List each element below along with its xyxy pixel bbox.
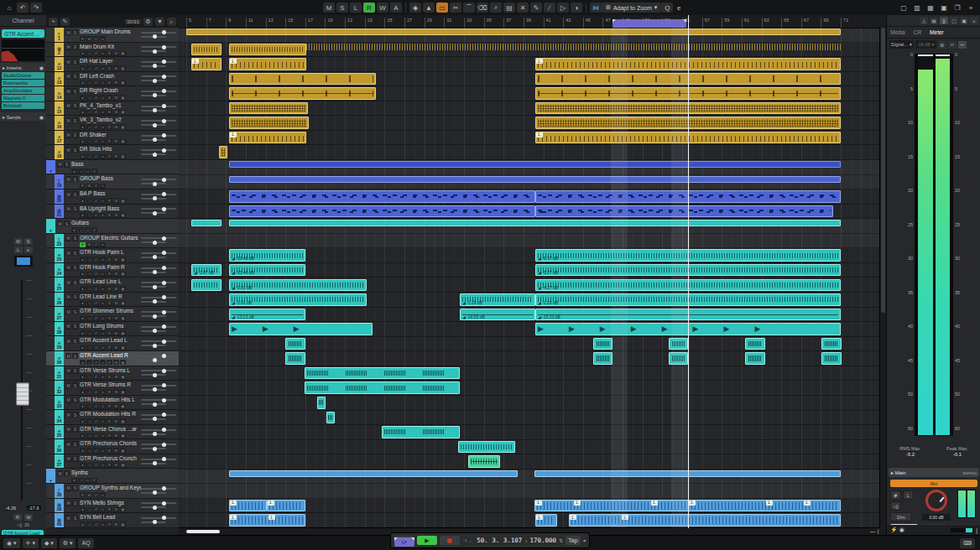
lane-9[interactable] (179, 160, 886, 175)
track-solo-button[interactable]: S (72, 353, 78, 359)
track-mini-button-∅[interactable]: ∅ (93, 65, 99, 70)
right-zone-icon-0[interactable]: ◬ (920, 17, 928, 24)
track-mini-button-∞[interactable]: ∞ (100, 184, 106, 189)
clip[interactable]: ◢ -1.87 dB (191, 264, 222, 277)
clip[interactable] (229, 102, 308, 115)
track-mini-button-∅[interactable]: ∅ (93, 198, 99, 203)
track-mini-button-∞[interactable]: ∞ (100, 389, 106, 394)
track-solo-button[interactable]: S (72, 324, 78, 329)
track-color-chip[interactable]: ≋33 (55, 396, 64, 410)
track-mini-button-R[interactable]: R (107, 448, 112, 453)
track-mini-button-◁[interactable]: ◁ (86, 448, 92, 453)
track-mini-button-∅[interactable]: ∅ (93, 184, 99, 189)
track-volume-slider[interactable] (141, 120, 176, 122)
clip[interactable] (458, 441, 515, 454)
track-mini-button-●[interactable]: ● (80, 213, 86, 218)
track-mini-button-W[interactable]: W (113, 375, 119, 380)
track-mini-button-●[interactable]: ● (80, 345, 86, 350)
track-mini-button-◁[interactable]: ◁ (86, 124, 92, 129)
track-mini-button-●[interactable]: ● (71, 478, 77, 483)
track-mini-button-▭[interactable]: ▭ (85, 227, 91, 232)
write-button[interactable]: W (24, 514, 33, 521)
speaker-icon[interactable]: ◁) (17, 522, 22, 527)
clip[interactable] (191, 44, 222, 56)
track-row-35[interactable]: ≋35MSGTR Verse Chorus ...ar●◁∅∞RW▦ (46, 425, 179, 440)
track-mini-button-W[interactable]: W (113, 51, 119, 56)
volume-fader[interactable] (16, 382, 29, 406)
insert-slot-2[interactable]: Roomworks (2, 80, 44, 86)
track-mini-button-∞[interactable]: ∞ (100, 110, 106, 115)
clip[interactable] (229, 176, 841, 183)
listen-button[interactable]: L (14, 246, 23, 253)
track-mini-button-∞[interactable]: ∞ (100, 521, 106, 527)
track-row-31[interactable]: ≋31MSGTR Verse Strums L●◁∅∞RW▦ (46, 366, 179, 381)
track-row-21[interactable]: ▦21MSBA Upright Bass●◁∅∞RW▦ (46, 205, 179, 220)
mute-button[interactable]: M (14, 238, 23, 245)
track-mini-button-●[interactable]: ● (80, 139, 86, 144)
track-mini-button-W[interactable]: W (113, 213, 119, 218)
speaker-icon[interactable]: ◁) (890, 501, 901, 511)
quantize-dropdown[interactable]: Q (661, 3, 673, 13)
track-mini-button-∅[interactable]: ∅ (93, 375, 99, 380)
tab-cr[interactable]: CR (914, 29, 921, 35)
track-mute-button[interactable]: M (65, 501, 71, 506)
track-mini-button-W[interactable]: W (113, 65, 119, 70)
track-mini-button-∞[interactable]: ∞ (100, 433, 106, 438)
bypass-icon[interactable]: ◉ (39, 65, 44, 70)
track-mini-button-R[interactable]: R (107, 418, 112, 423)
tap-tempo-button[interactable]: Tap (566, 536, 581, 545)
track-mute-button[interactable]: M (65, 236, 71, 241)
track-mini-button-W[interactable]: W (86, 36, 92, 41)
track-mini-button-▦[interactable]: ▦ (120, 154, 126, 159)
track-mini-button-◁[interactable]: ◁ (86, 213, 92, 218)
track-mini-button-∞[interactable]: ∞ (100, 124, 106, 129)
track-volume-slider[interactable] (141, 194, 176, 195)
track-mini-button-◁[interactable]: ◁ (86, 345, 92, 350)
track-mini-button-R[interactable]: R (107, 198, 112, 203)
track-mute-button[interactable]: M (65, 29, 71, 35)
insert-slot-1[interactable]: StudioChorus (2, 72, 44, 79)
track-row-20[interactable]: ▦20MSBA P Bass●◁∅∞RW▦ (46, 189, 179, 205)
track-mini-button-▦[interactable]: ▦ (120, 65, 126, 70)
lane-0[interactable] (179, 28, 886, 43)
track-mini-button-R[interactable]: R (107, 375, 112, 380)
track-solo-button[interactable]: S (64, 162, 70, 168)
track-color-chip[interactable]: ≋12 (55, 57, 64, 71)
track-mini-button-◁[interactable]: ◁ (86, 139, 92, 144)
track-volume-slider[interactable] (141, 414, 176, 416)
track-row-15[interactable]: ≋15MSPK_4_Tambo_v1●◁∅∞RW▦ (46, 101, 179, 117)
track-mini-button-∅[interactable]: ∅ (93, 257, 99, 262)
track-color-chip[interactable]: ≋36 (55, 439, 64, 454)
track-mini-button-●[interactable]: ● (80, 418, 86, 423)
track-row-synths[interactable]: ▾MSSynths●◁▭∅ (46, 469, 179, 484)
event-display[interactable]: 1.1.1.1.1.◢ -13.46 dB◢ -6.37 dB◢ -1.87 d… (179, 28, 886, 528)
track-mini-button-●[interactable]: ● (80, 404, 86, 409)
track-mini-button-∅[interactable]: ∅ (93, 448, 99, 453)
clip[interactable] (229, 470, 518, 477)
track-row-34[interactable]: ≋34MSGTR Modulation Hits R●◁∅∞RW▦ (46, 410, 179, 425)
right-zone-icon-4[interactable]: ▣ (960, 17, 968, 24)
clip[interactable] (305, 381, 460, 394)
clip[interactable] (229, 161, 841, 168)
track-solo-button[interactable]: S (64, 221, 70, 226)
search-icon[interactable]: ⌕ (167, 18, 176, 26)
track-row-18[interactable]: ≋18MSDR Stick Hits●◁∅∞RW▦ (46, 145, 179, 160)
track-row-2[interactable]: ▦2MSMain Drum Kit●◁∅∞RW▦ (46, 43, 179, 58)
track-solo-button[interactable]: S (72, 427, 78, 433)
track-mini-button-W[interactable]: W (113, 463, 119, 468)
track-pan-slider[interactable] (141, 272, 166, 273)
track-mini-button-●[interactable]: ● (80, 507, 86, 512)
track-mini-button-∅[interactable]: ∅ (93, 95, 99, 100)
track-mini-button-∅[interactable]: ∅ (93, 345, 99, 350)
track-color-chip[interactable]: ≋23 (55, 248, 64, 262)
track-pan-slider[interactable] (141, 389, 166, 391)
track-mini-button-◁[interactable]: ◁ (86, 389, 92, 394)
track-color-chip[interactable]: ≋31 (55, 366, 64, 381)
track-mini-button-W[interactable]: W (113, 272, 119, 277)
track-mini-button-R[interactable]: R (107, 463, 112, 468)
clip[interactable]: ◢ -16.55 dB (460, 309, 535, 321)
track-mini-button-∅[interactable]: ∅ (93, 404, 99, 409)
track-mini-button-R[interactable]: R (107, 433, 112, 438)
lane-29[interactable] (179, 454, 886, 470)
track-mini-button-●[interactable]: ● (80, 286, 86, 291)
